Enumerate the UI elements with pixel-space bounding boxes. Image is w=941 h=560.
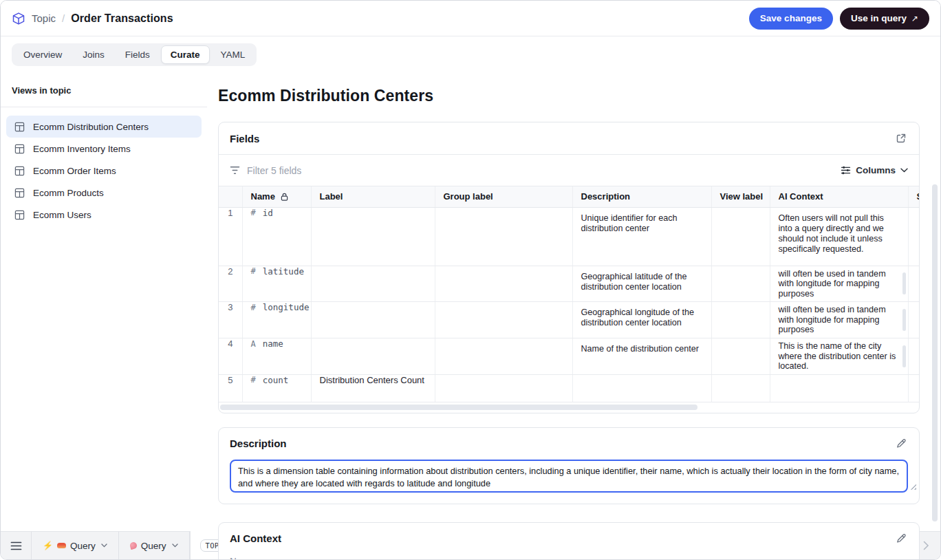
- table-row-latitude[interactable]: 2 #latitude Geographical latitude of the…: [219, 266, 920, 302]
- view-label-cell[interactable]: [711, 207, 770, 266]
- tab-curate[interactable]: Curate: [161, 45, 210, 64]
- footer-tab-query-2[interactable]: Query: [119, 532, 189, 559]
- save-changes-button[interactable]: Save changes: [749, 8, 833, 30]
- number-type-icon: #: [251, 375, 256, 385]
- description-textarea[interactable]: This is a dimension table containing inf…: [230, 460, 908, 493]
- label-cell[interactable]: Distribution Centers Count: [311, 374, 435, 402]
- topic-cube-icon: [12, 12, 25, 25]
- view-item-label: Ecomm Products: [33, 188, 104, 198]
- view-label-cell[interactable]: [711, 266, 770, 302]
- header-label[interactable]: Label: [311, 186, 435, 207]
- name-cell[interactable]: #latitude: [242, 266, 311, 302]
- lock-icon: [281, 193, 288, 201]
- lightning-emoji-icon: ⚡: [43, 541, 53, 550]
- expand-fields-icon[interactable]: [894, 131, 908, 145]
- columns-button-label: Columns: [856, 165, 896, 175]
- body: Views in topic Ecomm Distribution Center…: [1, 73, 940, 531]
- fields-table: Name Label Group label Description View …: [219, 186, 920, 402]
- filter-fields-input[interactable]: [247, 165, 841, 176]
- horizontal-scrollbar[interactable]: [220, 405, 697, 410]
- label-cell[interactable]: [311, 302, 435, 338]
- name-cell[interactable]: #longitude: [242, 302, 311, 338]
- tab-joins[interactable]: Joins: [73, 45, 114, 64]
- label-cell[interactable]: [311, 207, 435, 266]
- description-cell[interactable]: Geographical latitude of the distributio…: [572, 266, 711, 302]
- group-label-cell[interactable]: [435, 266, 572, 302]
- chevron-down-icon[interactable]: [101, 543, 107, 548]
- row-number: 3: [219, 302, 242, 338]
- edit-description-icon[interactable]: [894, 437, 908, 451]
- tab-overview[interactable]: Overview: [14, 45, 72, 64]
- truncated-cell[interactable]: [908, 207, 920, 266]
- cell-scrollbar[interactable]: [902, 345, 906, 367]
- header-description[interactable]: Description: [572, 186, 711, 207]
- header-group-label[interactable]: Group label: [435, 186, 572, 207]
- header-truncated[interactable]: S: [908, 186, 920, 207]
- name-cell[interactable]: Aname: [242, 338, 311, 375]
- label-cell[interactable]: [311, 266, 435, 302]
- table-row-count[interactable]: 5 #count Distribution Centers Count: [219, 374, 920, 402]
- arrow-up-right-icon: ↗: [911, 14, 918, 23]
- field-name: id: [263, 208, 273, 218]
- name-cell[interactable]: #id: [242, 207, 311, 266]
- row-number: 5: [219, 374, 242, 402]
- ai-context-cell[interactable]: will often be used in tandem with longit…: [770, 302, 908, 338]
- breadcrumb: Topic / Order Transactions: [12, 12, 173, 25]
- footer-tab-query-1[interactable]: ⚡ Query: [32, 532, 118, 559]
- truncated-cell[interactable]: [908, 302, 920, 338]
- header-ai-context[interactable]: AI Context: [770, 186, 908, 207]
- columns-button[interactable]: Columns: [841, 165, 908, 175]
- vertical-scrollbar[interactable]: [932, 184, 938, 521]
- table-row-name[interactable]: 4 Aname Name of the distribution center …: [219, 338, 920, 375]
- tab-fields[interactable]: Fields: [116, 45, 160, 64]
- view-label-cell[interactable]: [711, 338, 770, 375]
- description-cell[interactable]: [572, 374, 711, 402]
- ai-context-card-title: AI Context: [230, 532, 281, 544]
- cell-scrollbar[interactable]: [902, 272, 906, 294]
- edit-ai-context-icon[interactable]: [894, 532, 908, 546]
- breadcrumb-section[interactable]: Topic: [32, 12, 56, 24]
- row-number: 2: [219, 266, 242, 302]
- sidebar-item-ecomm-products[interactable]: Ecomm Products: [6, 182, 202, 204]
- chevron-down-icon[interactable]: [172, 543, 178, 548]
- group-label-cell[interactable]: [435, 302, 572, 338]
- menu-hamburger-icon[interactable]: [1, 532, 31, 559]
- sidebar-item-ecomm-distribution-centers[interactable]: Ecomm Distribution Centers: [6, 116, 202, 138]
- truncated-cell[interactable]: [908, 266, 920, 302]
- group-label-cell[interactable]: [435, 338, 572, 375]
- table-row-longitude[interactable]: 3 #longitude Geographical longitude of t…: [219, 302, 920, 338]
- name-cell[interactable]: #count: [242, 374, 311, 402]
- label-cell[interactable]: [311, 338, 435, 375]
- description-cell[interactable]: Geographical longitude of the distributi…: [572, 302, 711, 338]
- sidebar-views-in-topic: Views in topic Ecomm Distribution Center…: [1, 73, 207, 531]
- use-in-query-button[interactable]: Use in query ↗: [840, 8, 929, 30]
- ai-context-cell[interactable]: will often be used in tandem with longit…: [770, 266, 908, 302]
- view-label-cell[interactable]: [711, 374, 770, 402]
- view-item-label: Ecomm Inventory Items: [33, 144, 131, 154]
- ai-context-cell[interactable]: This is the name of the city where the d…: [770, 338, 908, 375]
- textarea-resize-handle[interactable]: [909, 483, 916, 490]
- group-label-cell[interactable]: [435, 207, 572, 266]
- header-view-label[interactable]: View label: [711, 186, 770, 207]
- description-cell[interactable]: Name of the distribution center: [572, 338, 711, 375]
- ai-context-cell[interactable]: Often users will not pull this into a qu…: [770, 207, 908, 266]
- group-label-cell[interactable]: [435, 374, 572, 402]
- field-name: latitude: [263, 266, 304, 277]
- tab-yaml[interactable]: YAML: [211, 45, 255, 64]
- table-row-id[interactable]: 1 #id Unique identifier for each distrib…: [219, 207, 920, 266]
- truncated-cell[interactable]: [908, 338, 920, 375]
- sidebar-item-ecomm-users[interactable]: Ecomm Users: [6, 204, 202, 226]
- table-grid-icon: [14, 188, 25, 198]
- sidebar-item-ecomm-inventory-items[interactable]: Ecomm Inventory Items: [6, 138, 202, 160]
- description-cell[interactable]: Unique identifier for each distribution …: [572, 207, 711, 266]
- cell-scrollbar[interactable]: [902, 309, 906, 331]
- forward-chevron-button[interactable]: [920, 538, 932, 553]
- chevron-down-icon: [900, 168, 908, 173]
- view-label-cell[interactable]: [711, 302, 770, 338]
- number-type-icon: #: [251, 266, 256, 276]
- header-name[interactable]: Name: [242, 186, 311, 207]
- sidebar-item-ecomm-order-items[interactable]: Ecomm Order Items: [6, 160, 202, 182]
- truncated-cell[interactable]: [908, 374, 920, 402]
- ai-context-cell[interactable]: [770, 374, 908, 402]
- top-header: Topic / Order Transactions Save changes …: [1, 1, 940, 36]
